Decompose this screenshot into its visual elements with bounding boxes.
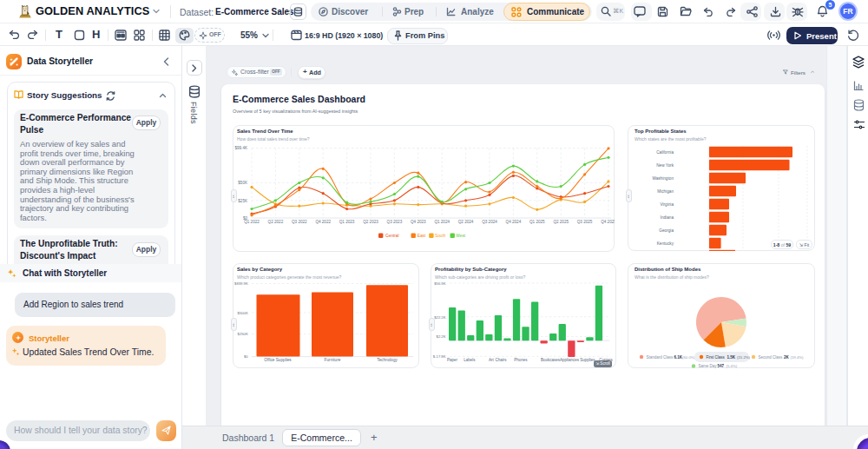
svg-text:First Class: First Class xyxy=(707,355,726,360)
svg-text:Kentucky: Kentucky xyxy=(657,241,674,246)
svg-text:East: East xyxy=(418,234,426,238)
svg-text:$56.9K: $56.9K xyxy=(434,281,445,286)
svg-text:$2.2K: $2.2K xyxy=(437,334,446,339)
svg-text:Q4 2025: Q4 2025 xyxy=(601,220,615,224)
svg-text:1.5K: 1.5K xyxy=(727,355,736,360)
svg-text:Q3 2022: Q3 2022 xyxy=(292,220,307,224)
svg-text:547: 547 xyxy=(718,364,725,368)
svg-text:$250K: $250K xyxy=(238,332,248,336)
svg-text:Q1 2022: Q1 2022 xyxy=(244,220,260,224)
svg-text:Q3 2024: Q3 2024 xyxy=(482,220,497,224)
svg-text:2K: 2K xyxy=(784,355,790,360)
svg-text:$22.2K: $22.2K xyxy=(434,315,445,320)
svg-text:California: California xyxy=(656,150,674,155)
svg-text:Q1 2024: Q1 2024 xyxy=(434,220,450,224)
svg-text:Michigan: Michigan xyxy=(657,189,674,194)
svg-text:Standard Class: Standard Class xyxy=(647,355,674,360)
svg-text:Q3 2023: Q3 2023 xyxy=(387,220,403,224)
svg-text:West: West xyxy=(456,234,466,238)
svg-text:Q4 2022: Q4 2022 xyxy=(315,220,331,224)
svg-text:Q2 2025: Q2 2025 xyxy=(553,220,569,224)
svg-text:Labels: Labels xyxy=(464,358,476,362)
svg-text:$839.9K: $839.9K xyxy=(234,281,248,286)
svg-text:New York: New York xyxy=(656,163,674,168)
svg-text:Same Day: Same Day xyxy=(699,364,718,368)
svg-text:Q2 2022: Q2 2022 xyxy=(268,220,284,224)
svg-text:Furniture: Furniture xyxy=(325,358,341,362)
svg-text:(5.4%): (5.4%) xyxy=(727,364,738,368)
svg-text:$500K: $500K xyxy=(238,311,248,315)
svg-text:Q4 2023: Q4 2023 xyxy=(411,220,426,224)
svg-text:Second Class: Second Class xyxy=(759,355,784,360)
svg-text:$-17.8K: $-17.8K xyxy=(433,354,446,359)
svg-text:Q1 2023: Q1 2023 xyxy=(339,220,355,224)
svg-text:(15.2%): (15.2%) xyxy=(737,355,751,360)
svg-text:Q1 2025: Q1 2025 xyxy=(529,220,545,224)
svg-text:Appliances: Appliances xyxy=(560,358,580,362)
svg-text:(60.0%): (60.0%) xyxy=(682,355,696,360)
svg-text:Georgia: Georgia xyxy=(659,228,674,233)
svg-text:Technology: Technology xyxy=(377,358,398,362)
svg-text:Chairs: Chairs xyxy=(495,358,507,362)
svg-text:Indiana: Indiana xyxy=(661,215,674,220)
svg-text:Central: Central xyxy=(385,234,398,238)
svg-text:Washington: Washington xyxy=(652,176,674,181)
svg-text:South: South xyxy=(435,234,446,238)
svg-text:$99.4K: $99.4K xyxy=(234,146,247,150)
svg-text:Q4 2024: Q4 2024 xyxy=(506,220,522,224)
svg-text:Paper: Paper xyxy=(447,358,458,362)
svg-text:$25K: $25K xyxy=(238,199,248,203)
svg-text:(19.4%): (19.4%) xyxy=(791,355,805,360)
svg-text:Art: Art xyxy=(489,358,495,362)
svg-text:Q3 2025: Q3 2025 xyxy=(577,220,593,224)
svg-text:Office Supplies: Office Supplies xyxy=(264,358,292,362)
svg-text:Q2 2024: Q2 2024 xyxy=(458,220,474,224)
svg-text:Q2 2023: Q2 2023 xyxy=(363,220,378,224)
svg-text:Phones: Phones xyxy=(514,358,528,362)
svg-text:Virginia: Virginia xyxy=(660,202,674,207)
svg-text:Bookcases: Bookcases xyxy=(541,358,561,362)
svg-text:$50K: $50K xyxy=(238,181,248,185)
svg-text:$0: $0 xyxy=(244,354,248,359)
